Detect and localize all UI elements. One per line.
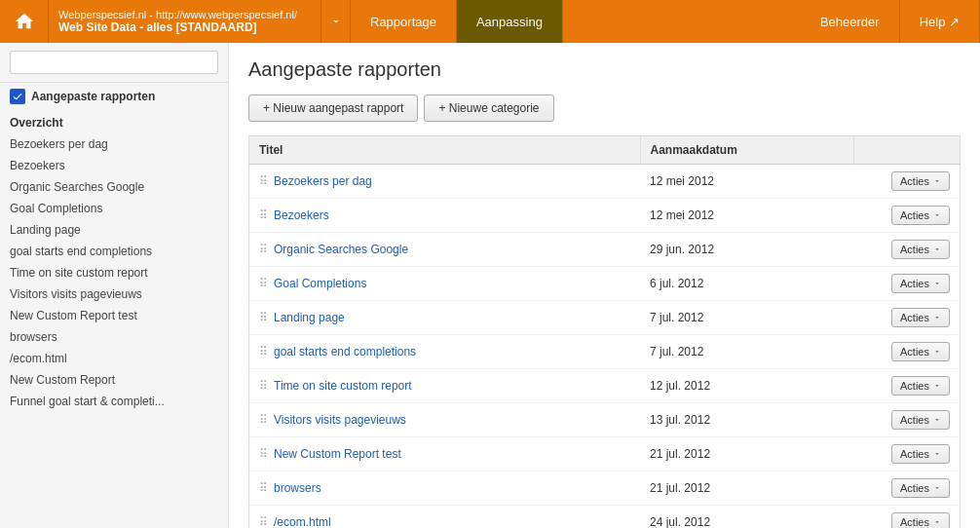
sidebar-item-goal-completions[interactable]: Goal Completions [0, 198, 228, 219]
row-actions-cell: Acties [853, 403, 961, 437]
table-row: ⠿browsers21 jul. 2012Acties [249, 471, 961, 506]
reports-table: Titel Aanmaakdatum ⠿Bezoekers per dag12 … [248, 135, 961, 528]
content-area: Aangepaste rapporten + Nieuw aangepast r… [229, 43, 980, 528]
row-date-cell: 7 jul. 2012 [640, 301, 853, 335]
nav-help[interactable]: Help ↗ [900, 0, 980, 43]
drag-handle-icon[interactable]: ⠿ [259, 243, 268, 256]
table-row: ⠿Bezoekers per dag12 mei 2012Acties [249, 165, 961, 199]
row-title-cell: ⠿Time on site custom report [249, 369, 641, 403]
row-actions-cell: Acties [853, 437, 961, 471]
nav-beheerder[interactable]: Beheerder [801, 0, 900, 43]
sidebar-item-time-on-site[interactable]: Time on site custom report [0, 262, 228, 283]
table-row: ⠿Landing page7 jul. 2012Acties [249, 301, 961, 335]
drag-handle-icon[interactable]: ⠿ [259, 277, 268, 290]
nav-aanpassing[interactable]: Aanpassing [457, 0, 563, 43]
actions-button[interactable]: Acties [891, 308, 950, 327]
table-row: ⠿Time on site custom report12 jul. 2012A… [249, 369, 961, 403]
site-dropdown-button[interactable] [321, 0, 351, 43]
sidebar-item-goal-starts[interactable]: goal starts end completions [0, 241, 228, 262]
page-title: Aangepaste rapporten [248, 58, 961, 81]
col-header-title: Titel [249, 136, 641, 165]
row-actions-cell: Acties [853, 301, 961, 335]
row-date-cell: 12 mei 2012 [640, 165, 853, 199]
row-date-cell: 13 jul. 2012 [640, 403, 853, 437]
sidebar-item-landing-page[interactable]: Landing page [0, 219, 228, 241]
actions-button[interactable]: Acties [891, 342, 950, 361]
drag-handle-icon[interactable]: ⠿ [259, 311, 268, 324]
drag-handle-icon[interactable]: ⠿ [259, 345, 268, 358]
sidebar-item-visitors-visits[interactable]: Visitors visits pagevieuws [0, 283, 228, 305]
report-link[interactable]: New Custom Report test [274, 447, 401, 461]
row-actions-cell: Acties [853, 506, 961, 529]
row-title-cell: ⠿Visitors visits pagevieuws [249, 403, 641, 437]
nav-rapportage[interactable]: Rapportage [351, 0, 457, 43]
row-date-cell: 7 jul. 2012 [640, 335, 853, 369]
drag-handle-icon[interactable]: ⠿ [259, 174, 268, 188]
drag-handle-icon[interactable]: ⠿ [259, 208, 268, 222]
actions-button[interactable]: Acties [891, 206, 950, 225]
row-title-cell: ⠿Goal Completions [249, 267, 641, 301]
row-actions-cell: Acties [853, 233, 961, 267]
home-button[interactable] [0, 0, 49, 43]
report-link[interactable]: Bezoekers [274, 208, 329, 222]
row-actions-cell: Acties [853, 335, 961, 369]
search-input[interactable] [10, 51, 218, 74]
drag-handle-icon[interactable]: ⠿ [259, 515, 268, 528]
sidebar: Aangepaste rapporten Overzicht Bezoekers… [0, 43, 229, 528]
row-title-cell: ⠿New Custom Report test [249, 437, 641, 471]
actions-button[interactable]: Acties [891, 478, 950, 498]
row-date-cell: 21 jul. 2012 [640, 437, 853, 471]
report-link[interactable]: Landing page [274, 311, 345, 324]
report-link[interactable]: browsers [274, 481, 321, 495]
sidebar-item-bezoekers[interactable]: Bezoekers [0, 155, 228, 176]
table-row: ⠿goal starts end completions7 jul. 2012A… [249, 335, 961, 369]
new-category-button[interactable]: + Nieuwe categorie [424, 94, 553, 122]
report-link[interactable]: Visitors visits pagevieuws [274, 413, 406, 427]
actions-button[interactable]: Acties [891, 376, 950, 396]
section-check-icon [10, 89, 25, 104]
sidebar-item-browsers[interactable]: browsers [0, 326, 228, 348]
report-link[interactable]: Organic Searches Google [274, 243, 408, 256]
report-link[interactable]: Time on site custom report [274, 379, 412, 393]
row-date-cell: 24 jul. 2012 [640, 506, 853, 529]
row-date-cell: 12 jul. 2012 [640, 369, 853, 403]
sidebar-section-title: Aangepaste rapporten [31, 90, 155, 103]
actions-button[interactable]: Acties [891, 512, 950, 528]
report-link[interactable]: Goal Completions [274, 277, 366, 290]
table-header-row: Titel Aanmaakdatum [249, 136, 961, 165]
table-row: ⠿New Custom Report test21 jul. 2012Actie… [249, 437, 961, 471]
report-link[interactable]: Bezoekers per dag [274, 174, 372, 188]
site-name: Web Site Data - alles [STANDAARD] [58, 20, 311, 34]
sidebar-item-ecom[interactable]: /ecom.html [0, 348, 228, 369]
actions-button[interactable]: Acties [891, 444, 950, 464]
table-row: ⠿/ecom.html24 jul. 2012Acties [249, 506, 961, 529]
actions-button[interactable]: Acties [891, 171, 950, 191]
sidebar-item-bezoekers-per-dag[interactable]: Bezoekers per dag [0, 133, 228, 155]
row-date-cell: 12 mei 2012 [640, 199, 853, 233]
sidebar-item-new-custom-report-test[interactable]: New Custom Report test [0, 305, 228, 326]
actions-button[interactable]: Acties [891, 240, 950, 259]
actions-button[interactable]: Acties [891, 410, 950, 430]
actions-button[interactable]: Acties [891, 274, 950, 293]
sidebar-section-header[interactable]: Aangepaste rapporten [0, 83, 228, 110]
drag-handle-icon[interactable]: ⠿ [259, 447, 268, 461]
new-report-button[interactable]: + Nieuw aangepast rapport [248, 94, 418, 122]
drag-handle-icon[interactable]: ⠿ [259, 481, 268, 495]
row-title-cell: ⠿goal starts end completions [249, 335, 641, 369]
nav-spacer [563, 0, 801, 43]
main-layout: Aangepaste rapporten Overzicht Bezoekers… [0, 43, 980, 528]
row-actions-cell: Acties [853, 165, 961, 199]
report-link[interactable]: goal starts end completions [274, 345, 416, 358]
drag-handle-icon[interactable]: ⠿ [259, 413, 268, 427]
sidebar-item-funnel[interactable]: Funnel goal start & completi... [0, 391, 228, 412]
drag-handle-icon[interactable]: ⠿ [259, 379, 268, 393]
table-row: ⠿Visitors visits pagevieuws13 jul. 2012A… [249, 403, 961, 437]
report-link[interactable]: /ecom.html [274, 515, 331, 528]
row-title-cell: ⠿Organic Searches Google [249, 233, 641, 267]
row-date-cell: 21 jul. 2012 [640, 471, 853, 506]
row-title-cell: ⠿/ecom.html [249, 506, 641, 529]
site-url: Webperspecsief.nl - http://www.webperspe… [58, 9, 311, 20]
sidebar-item-organic-searches[interactable]: Organic Searches Google [0, 176, 228, 198]
sidebar-item-new-custom-report[interactable]: New Custom Report [0, 369, 228, 391]
site-info: Webperspecsief.nl - http://www.webperspe… [49, 0, 321, 43]
